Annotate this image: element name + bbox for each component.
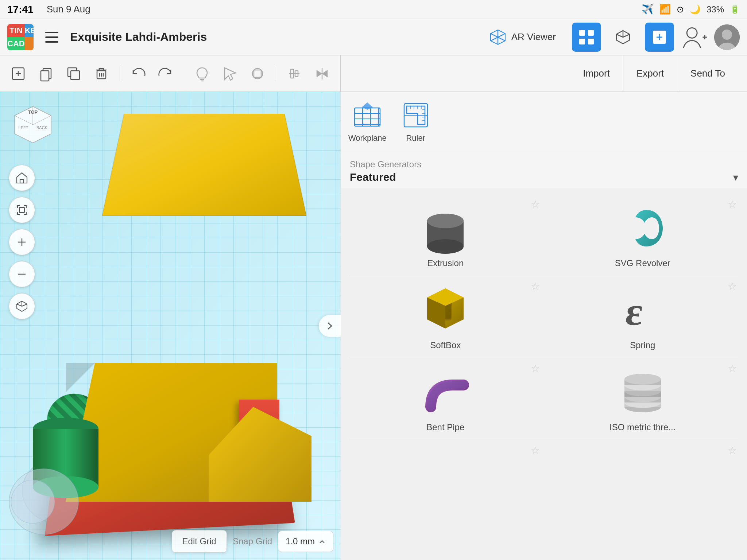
softbox-label: SoftBox bbox=[430, 340, 461, 350]
status-bar: 17:41 Sun 9 Aug ✈️ 📶 ⊙ 🌙 33% 🔋 bbox=[0, 0, 747, 19]
svg-line-4 bbox=[491, 37, 498, 41]
mirror-button[interactable] bbox=[313, 62, 332, 85]
home-icon bbox=[15, 171, 28, 184]
new-icon bbox=[10, 66, 26, 82]
edit-grid-button[interactable]: Edit Grid bbox=[172, 530, 227, 553]
extra2-thumbnail bbox=[617, 449, 668, 478]
copy-icon bbox=[38, 66, 54, 82]
edit-toolbar bbox=[0, 55, 341, 92]
shape-item-isometric[interactable]: ☆ ISO metric thre... bbox=[544, 358, 742, 440]
svg-rect-9 bbox=[579, 39, 585, 44]
perspective-icon bbox=[15, 300, 28, 313]
spring-favorite-icon[interactable]: ☆ bbox=[728, 280, 737, 292]
select-button[interactable] bbox=[220, 62, 239, 85]
view-cube[interactable]: TOP BACK LEFT bbox=[11, 103, 55, 147]
workplane-tool[interactable]: Workplane bbox=[348, 101, 387, 143]
toolbar-separator-2 bbox=[276, 66, 276, 81]
shape-item-extrusion[interactable]: ☆ Extrusion bbox=[347, 194, 544, 276]
home-view-button[interactable] bbox=[9, 165, 35, 191]
svgrevolver-favorite-icon[interactable]: ☆ bbox=[728, 198, 737, 210]
svg-marker-44 bbox=[317, 71, 321, 77]
shape-generators-title: Shape Generators bbox=[350, 159, 738, 170]
zoom-out-button[interactable] bbox=[9, 261, 35, 287]
status-icons: ✈️ 📶 ⊙ 🌙 33% 🔋 bbox=[642, 4, 740, 15]
svg-line-70 bbox=[17, 304, 22, 306]
share-icon bbox=[651, 29, 667, 45]
export-button[interactable]: Export bbox=[623, 55, 677, 92]
tinkercad-logo[interactable]: TIN KER CAD bbox=[7, 24, 34, 50]
hamburger-menu[interactable] bbox=[41, 26, 63, 48]
softbox-favorite-icon[interactable]: ☆ bbox=[531, 280, 540, 292]
ar-viewer-button[interactable]: AR Viewer bbox=[480, 24, 565, 50]
add-user-button[interactable] bbox=[681, 24, 707, 50]
shape-item-bentpipe[interactable]: ☆ Bent Pipe bbox=[347, 358, 544, 440]
spring-thumbnail: ε bbox=[617, 285, 668, 336]
panel-scroll-arrow[interactable] bbox=[319, 315, 341, 337]
shape-item-spring[interactable]: ☆ ε Spring bbox=[544, 276, 742, 358]
yellow-top-object bbox=[102, 114, 306, 216]
import-button[interactable]: Import bbox=[570, 55, 623, 92]
toolbar-separator bbox=[120, 66, 120, 81]
shapes-button[interactable] bbox=[248, 62, 267, 85]
svg-line-3 bbox=[491, 34, 498, 37]
zoom-in-button[interactable] bbox=[9, 229, 35, 255]
duplicate-button[interactable] bbox=[64, 62, 83, 85]
undo-button[interactable] bbox=[129, 62, 148, 85]
svg-rect-63 bbox=[19, 207, 24, 213]
isometric-favorite-icon[interactable]: ☆ bbox=[728, 362, 737, 374]
grid-view-button[interactable] bbox=[572, 23, 601, 52]
perspective-button[interactable] bbox=[9, 293, 35, 319]
ruler-label: Ruler bbox=[406, 133, 425, 143]
minus-icon bbox=[15, 268, 28, 281]
logo-ker: KER bbox=[25, 24, 34, 37]
send-to-button[interactable]: Send To bbox=[677, 55, 738, 92]
bentpipe-favorite-icon[interactable]: ☆ bbox=[531, 362, 540, 374]
svgrevolver-thumbnail bbox=[617, 203, 668, 254]
new-button[interactable] bbox=[9, 62, 28, 85]
delete-button[interactable] bbox=[92, 62, 111, 85]
svg-point-22 bbox=[722, 30, 732, 40]
shapes-icon bbox=[249, 66, 266, 82]
svg-text:ε: ε bbox=[624, 289, 645, 334]
user-avatar[interactable] bbox=[714, 24, 740, 50]
extra2-favorite-icon[interactable]: ☆ bbox=[728, 444, 737, 456]
bentpipe-thumbnail bbox=[420, 367, 471, 418]
svg-marker-37 bbox=[225, 68, 236, 80]
svgrevolver-label: SVG Revolver bbox=[615, 258, 670, 268]
redo-button[interactable] bbox=[156, 62, 175, 85]
svg-point-18 bbox=[687, 28, 697, 38]
svg-rect-71 bbox=[355, 108, 380, 126]
extrusion-favorite-icon[interactable]: ☆ bbox=[531, 198, 540, 210]
panel-tools: Workplane Ruler bbox=[341, 92, 747, 152]
shape-item-extra1[interactable]: ☆ bbox=[347, 440, 544, 485]
undo-icon bbox=[130, 66, 146, 82]
3d-viewport[interactable]: TOP BACK LEFT bbox=[0, 92, 341, 560]
hint-button[interactable] bbox=[193, 62, 212, 85]
svg-text:BACK: BACK bbox=[36, 125, 48, 130]
svg-text:LEFT: LEFT bbox=[19, 125, 28, 130]
svg-marker-50 bbox=[209, 407, 311, 502]
share-button[interactable] bbox=[645, 23, 674, 52]
select-icon bbox=[222, 66, 238, 82]
featured-dropdown[interactable]: Featured ▾ bbox=[350, 171, 738, 183]
add-user-icon bbox=[681, 24, 707, 50]
ar-icon bbox=[489, 28, 507, 46]
build-button[interactable] bbox=[608, 23, 638, 52]
shape-item-softbox[interactable]: ☆ bbox=[347, 276, 544, 358]
isometric-label: ISO metric thre... bbox=[609, 422, 676, 432]
fit-view-button[interactable] bbox=[9, 197, 35, 223]
copy-button[interactable] bbox=[36, 62, 55, 85]
align-button[interactable] bbox=[285, 62, 304, 85]
ruler-tool[interactable]: Ruler bbox=[401, 101, 430, 143]
shape-item-svgrevolver[interactable]: ☆ SVG Revolver bbox=[544, 194, 742, 276]
top-toolbar: TIN KER CAD Exquisite Lahdi-Amberis AR V… bbox=[0, 19, 747, 55]
svg-rect-30 bbox=[71, 71, 80, 79]
isometric-thumbnail bbox=[617, 367, 668, 418]
build-icon bbox=[615, 29, 631, 45]
chevron-up-icon bbox=[318, 538, 326, 545]
extra1-favorite-icon[interactable]: ☆ bbox=[531, 444, 540, 456]
shape-item-extra2[interactable]: ☆ bbox=[544, 440, 742, 485]
view-cube-svg: TOP BACK LEFT bbox=[11, 103, 55, 147]
snap-grid-select[interactable]: 1.0 mm bbox=[278, 531, 333, 552]
svg-line-14 bbox=[616, 34, 623, 37]
